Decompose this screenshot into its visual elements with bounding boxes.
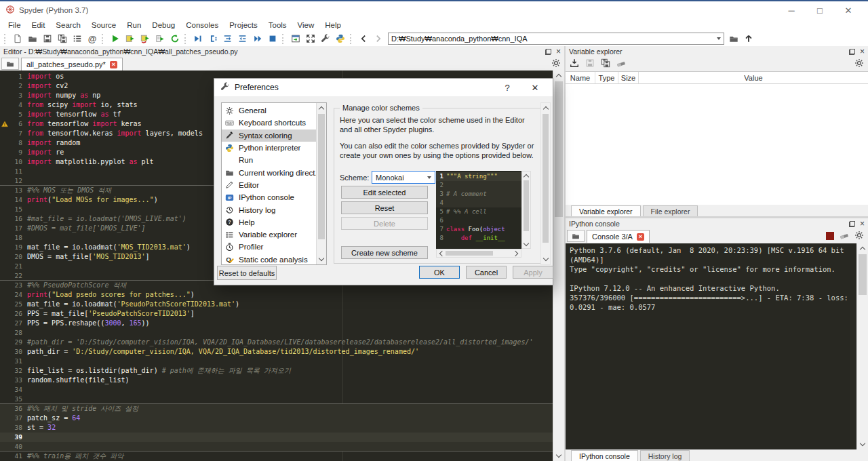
maximize-button[interactable]: □ [806,2,834,18]
menu-edit[interactable]: Edit [26,21,51,29]
scroll-thumb[interactable] [555,81,563,217]
reset-button[interactable]: Reset [341,201,428,214]
run-cell-advance-button[interactable] [138,32,153,45]
tab-variable-explorer[interactable]: Variable explorer [571,205,641,216]
dialog-help-button[interactable]: ? [496,83,519,93]
scroll-down-icon[interactable] [317,254,326,264]
close-pane-icon[interactable]: × [860,48,865,55]
code-line-27[interactable]: 27PPS = PPS.reshape((3000, 165)) [0,319,553,328]
browse-tabs-button[interactable] [1,58,19,70]
scroll-down-icon[interactable] [541,254,550,264]
scroll-thumb[interactable] [859,254,867,295]
code-line-2[interactable]: 2 [436,181,521,190]
browse-tabs-button[interactable] [567,230,585,242]
create-new-scheme-button[interactable]: Create new scheme [341,246,428,259]
scheme-combobox[interactable]: Monokai [372,171,435,184]
list-scrollbar[interactable] [316,103,326,264]
code-line-29[interactable]: 29#path_dir = 'D:/Study/computer_vision/… [0,338,553,347]
category-current-working-direct[interactable]: Current working direct... [222,166,316,178]
menu-projects[interactable]: Projects [224,21,263,29]
save-all-button[interactable] [55,32,70,45]
column-header-value[interactable]: Value [639,72,868,83]
scroll-thumb[interactable] [542,114,549,243]
tab-file-explorer[interactable]: File explorer [643,205,698,216]
code-line-31[interactable]: 31 [0,357,553,366]
console-tab[interactable]: Console 3/A × [587,230,650,243]
scroll-down-icon[interactable] [553,451,564,461]
menu-consoles[interactable]: Consoles [180,21,224,29]
tab-ipython-console[interactable]: IPython console [571,450,638,461]
code-line-7[interactable]: 7class Foo(object [436,225,521,234]
remove-all-variables-button[interactable] [616,58,626,69]
code-line-37[interactable]: 37patch_sz = 64 [0,414,553,423]
tab-history-log[interactable]: History log [640,450,690,461]
minimize-button[interactable]: ─ [777,2,806,18]
scroll-thumb[interactable] [446,251,493,256]
console-scrollbar[interactable] [856,243,868,449]
column-header-type[interactable]: Type [595,72,618,83]
cancel-button[interactable]: Cancel [466,266,507,279]
menu-run[interactable]: Run [121,21,146,29]
close-button[interactable]: ✕ [834,2,863,18]
new-file-button[interactable] [10,32,25,45]
code-line-26[interactable]: 26PPS = mat_file['PseudoPatchScoreTID201… [0,309,553,319]
preferences-button[interactable] [318,32,333,45]
code-line-30[interactable]: 30path_dir = 'D:/Study/computer_vision/I… [0,347,553,357]
scroll-up-icon[interactable] [857,243,868,254]
editor-options-button[interactable] [551,58,561,69]
code-line-33[interactable]: 33random.shuffle(file_list) [0,376,553,385]
close-pane-icon[interactable]: × [860,220,865,227]
code-line-35[interactable]: 35 [0,395,553,404]
scroll-left-icon[interactable] [437,249,446,257]
scroll-thumb[interactable] [524,180,529,231]
run-cell-button[interactable] [123,32,138,45]
edit-selected-button[interactable]: Edit selected [341,186,428,199]
python-env-button[interactable] [333,32,348,45]
ok-button[interactable]: OK [419,266,460,279]
code-line-4[interactable]: 4 [436,199,521,207]
console-options-button[interactable] [854,230,864,241]
category-help[interactable]: ?Help [222,216,316,228]
debug-continue-button[interactable] [250,32,265,45]
debug-step-into-button[interactable] [220,32,235,45]
menu-view[interactable]: View [292,21,320,29]
variables-table[interactable]: NameTypeSizeValue [566,71,868,205]
code-line-3[interactable]: 3# A comment [436,190,521,199]
code-line-40[interactable]: 40 [0,442,553,452]
category-run[interactable]: Run [222,154,316,166]
preview-horizontal-scrollbar[interactable] [436,249,521,258]
delete-button[interactable]: Delete [341,217,428,230]
code-line-8[interactable]: 8 def __init__ [436,234,521,243]
undock-icon[interactable] [849,221,855,227]
save-data-as-button[interactable] [601,58,610,69]
scroll-right-icon[interactable] [512,249,521,257]
category-history-log[interactable]: History log [222,203,316,216]
debug-step-button[interactable] [205,32,220,45]
code-line-38[interactable]: 38st = 32 [0,423,553,433]
category-syntax-coloring[interactable]: Syntax coloring [222,129,316,142]
code-line-5[interactable]: 5# %% A cell [436,207,521,216]
scroll-down-icon[interactable] [857,439,868,449]
code-line-6[interactable]: 6 [436,216,521,225]
debug-file-button[interactable] [191,32,205,45]
category-ipython-console[interactable]: IPIPython console [222,191,316,203]
working-directory-combobox[interactable]: D:₩Study₩anaconda_python₩cnn_IQA [388,33,724,45]
code-line-34[interactable]: 34 [0,385,553,395]
dialog-close-button[interactable]: ✕ [524,83,547,93]
apply-button[interactable]: Apply [513,266,553,279]
save-button[interactable] [40,32,55,45]
file-switcher-button[interactable] [70,32,85,45]
undock-icon[interactable] [849,49,855,55]
rerun-cell-button[interactable] [167,32,182,45]
category-variable-explorer[interactable]: Variable explorer [222,228,316,241]
parent-directory-button[interactable] [741,32,756,45]
maximize-pane-button[interactable] [288,32,303,45]
close-tab-icon[interactable]: × [637,233,644,241]
clear-console-button[interactable] [840,230,849,241]
category-profiler[interactable]: Profiler [222,241,316,253]
code-line-41[interactable]: 41#%% train용 패치 갯수 파악 [0,452,553,461]
code-line-1[interactable]: 1"""A string""" [436,172,521,181]
forward-button[interactable] [371,32,386,45]
menu-help[interactable]: Help [319,21,347,29]
menu-source[interactable]: Source [86,21,121,29]
